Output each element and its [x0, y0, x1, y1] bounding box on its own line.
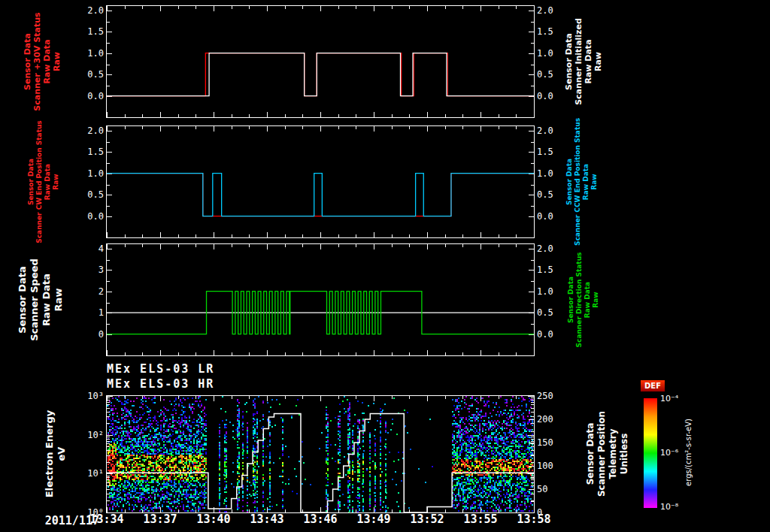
axis-tick-label: 1.5: [537, 147, 582, 158]
axis-tick-label: 1.0: [59, 168, 104, 180]
axis-tick-label: 0.5: [537, 307, 582, 319]
axis-tick-label: 13:34: [77, 514, 137, 525]
axis-tick-label: 13:40: [183, 514, 244, 525]
panel-scanner-30v: [106, 5, 535, 118]
axis-tick-label: 13:52: [397, 514, 457, 525]
axis-tick-label: 10³: [59, 391, 104, 402]
axis-tick-label: 1.0: [537, 48, 582, 59]
axis-title-line: Raw Data: [584, 252, 592, 348]
axis-tick-label: 0.5: [537, 69, 582, 80]
panel-els-spectrogram: [106, 395, 535, 513]
axis-tick-label: 100: [537, 461, 582, 472]
axis-tick-label: 0.5: [59, 189, 104, 201]
axis-tick-label: 150: [537, 437, 582, 449]
axis-title-line: Raw Data: [582, 118, 590, 246]
spectrogram-title-lr: MEx ELS-03 LR: [107, 362, 214, 376]
scanner-30v-plot: [107, 6, 534, 117]
axis-title-line: Scanner CW End Position Status: [35, 120, 44, 243]
axis-title-line: Sensor Data: [565, 118, 574, 246]
axis-tick-label: 0.0: [537, 211, 582, 222]
axis-tick-label: 13:55: [450, 514, 511, 525]
panel-scanner-speed: [106, 243, 535, 356]
axis-title-line: Sensor Data: [27, 120, 35, 243]
axis-tick-label: 0.0: [537, 91, 582, 102]
axis-title-line: Raw: [52, 120, 60, 243]
axis-title-line: Raw Data: [42, 12, 52, 110]
axis-title-line: Raw Data: [584, 18, 593, 105]
axis-title-line: Telemetry: [608, 411, 619, 497]
axis-tick-label: 1.0: [59, 48, 104, 59]
axis-tick-label: 0.5: [537, 189, 582, 201]
spectrogram-title-hr: MEx ELS-03 HR: [107, 377, 214, 391]
axis-title-line: Sensor Data: [23, 12, 32, 110]
axis-tick-label: 2.0: [537, 5, 582, 17]
axis-tick-label: 0.5: [59, 69, 104, 80]
end-position-plot: [107, 126, 534, 237]
axis-tick-label: 2.0: [537, 125, 582, 137]
axis-title-line: Sensor Data: [585, 411, 596, 497]
panel-end-position: [106, 125, 535, 238]
axis-tick-label: 1.0: [537, 168, 582, 180]
axis-title-line: Raw: [593, 18, 603, 105]
axis-tick-label: 0.0: [59, 211, 104, 222]
axis-tick-label: 1.5: [59, 147, 104, 158]
colorbar-tick-label: 10⁻⁸: [660, 502, 678, 512]
axis-tick-label: 13:49: [344, 514, 404, 525]
telemetry-dashboard: MEx ELS-03 LR MEx ELS-03 HR Sensor Data …: [0, 0, 770, 532]
axis-title-line: Scanner Position: [596, 411, 608, 497]
axis-title-line: Raw: [590, 118, 599, 246]
axis-tick-label: 4: [59, 243, 104, 255]
axis-tick-label: 1.0: [537, 286, 582, 298]
axis-tick-label: 2: [59, 286, 104, 298]
colorbar-tick-label: 10⁻⁴: [660, 394, 678, 404]
axis-tick-label: 13:37: [130, 514, 190, 525]
axis-tick-label: 13:43: [237, 514, 297, 525]
axis-tick-label: 2.0: [537, 243, 582, 255]
axis-title-line: Raw: [592, 252, 600, 348]
axis-title-line: Electron Energy: [44, 410, 56, 497]
els-spectrogram: [107, 396, 534, 512]
axis-tick-label: 13:58: [504, 514, 564, 525]
axis-tick-label: 250: [537, 391, 582, 402]
axis-tick-label: 0: [59, 329, 104, 340]
axis-tick-label: 10²: [59, 430, 104, 441]
colorbar-title: DEF: [641, 380, 665, 391]
axis-title-line: Raw Data: [41, 258, 53, 341]
axis-title-line: Scanner +30V Status: [32, 12, 42, 110]
axis-tick-label: 0.0: [537, 329, 582, 340]
axis-tick-label: 2.0: [59, 125, 104, 137]
axis-tick-label: 10¹: [59, 468, 104, 479]
axis-title-line: Scanner CCW End Position Status: [574, 118, 582, 246]
scanner-speed-plot: [107, 244, 534, 355]
colorbar: [644, 398, 657, 508]
axis-title-line: Unitless: [619, 411, 630, 497]
axis-tick-label: 0.0: [59, 91, 104, 102]
axis-title-line: eV: [56, 410, 68, 497]
axis-title-line: Sensor Data: [17, 258, 29, 341]
axis-tick-label: 3: [59, 264, 104, 276]
colorbar-tick-label: 10⁻⁶: [660, 448, 678, 458]
axis-tick-label: 2.0: [59, 5, 104, 17]
axis-title-line: Raw Data: [44, 120, 52, 243]
axis-tick-label: 1.5: [537, 26, 582, 38]
axis-title-line: Scanner Speed: [29, 258, 41, 341]
axis-tick-label: 1.5: [59, 26, 104, 38]
axis-tick-label: 13:46: [290, 514, 350, 525]
axis-tick-label: 50: [537, 484, 582, 495]
axis-tick-label: 200: [537, 414, 582, 425]
axis-tick-label: 1: [59, 307, 104, 319]
axis-tick-label: 1.5: [537, 264, 582, 276]
